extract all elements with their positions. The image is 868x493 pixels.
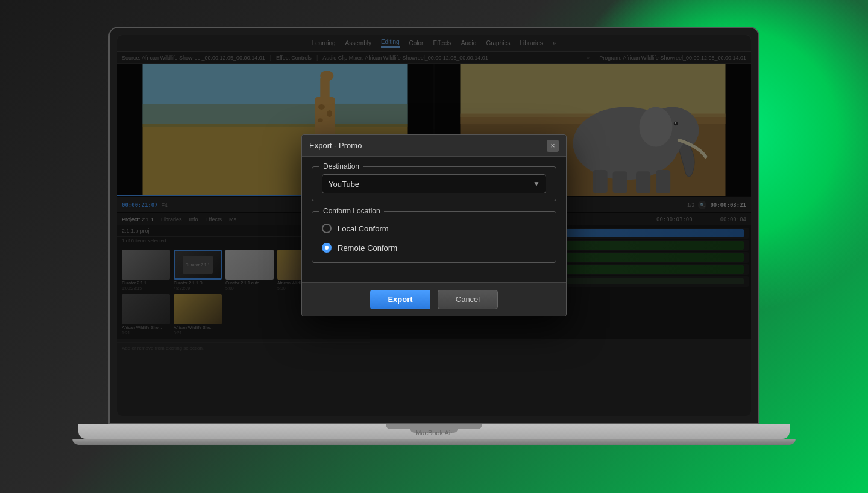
modal-title: Export - Promo (309, 141, 362, 150)
destination-select[interactable]: YouTube Vimeo Twitter Facebook Local Fil… (322, 174, 546, 193)
close-button[interactable]: × (547, 140, 559, 152)
macbook-label: MacBook Air (415, 429, 453, 436)
cancel-button[interactable]: Cancel (438, 290, 498, 309)
destination-dropdown-wrapper[interactable]: YouTube Vimeo Twitter Facebook Local Fil… (322, 174, 546, 193)
modal-titlebar: Export - Promo × (302, 135, 566, 157)
remote-conform-option[interactable]: Remote Conform (322, 243, 546, 253)
destination-legend: Destination (319, 162, 363, 171)
modal-body: Destination YouTube Vimeo Twitter Facebo… (302, 157, 566, 282)
conform-section: Conform Location Local Conform (312, 211, 556, 263)
laptop-screen: Learning Assembly Editing Color Effects … (108, 27, 760, 424)
conform-legend: Conform Location (319, 207, 384, 215)
modal-footer: Export Cancel (302, 282, 566, 316)
local-conform-option[interactable]: Local Conform (322, 224, 546, 233)
laptop-bottom (72, 439, 796, 445)
local-conform-label: Local Conform (338, 224, 389, 233)
premiere-interface: Learning Assembly Editing Color Effects … (117, 35, 751, 416)
conform-options: Local Conform Remote Conform (322, 219, 546, 255)
local-conform-radio[interactable] (322, 224, 332, 233)
remote-conform-radio[interactable] (322, 243, 332, 253)
laptop-base: MacBook Air (78, 424, 790, 439)
export-dialog: Export - Promo × Destination YouTube (301, 134, 567, 316)
remote-conform-label: Remote Conform (338, 243, 397, 253)
modal-overlay: Export - Promo × Destination YouTube (117, 35, 751, 416)
export-button[interactable]: Export (370, 290, 430, 309)
destination-section: Destination YouTube Vimeo Twitter Facebo… (312, 166, 556, 201)
